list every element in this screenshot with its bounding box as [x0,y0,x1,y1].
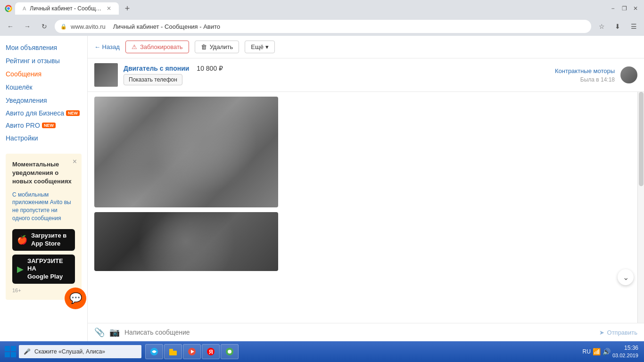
svg-rect-2 [5,346,10,351]
more-button[interactable]: Ещё ▾ [245,41,275,53]
svg-rect-4 [5,352,10,357]
taskbar-app-ie[interactable] [145,344,163,359]
download-button[interactable]: ⬇ [611,20,624,33]
camera-icon[interactable]: 📷 [109,327,120,337]
sidebar-item-pro[interactable]: Авито PRO NEW [6,122,82,129]
mic-icon: 🎤 [24,348,31,355]
tray-network-icon: 📶 [593,348,601,355]
back-button[interactable]: ← Назад [94,43,120,50]
sidebar-item-business[interactable]: Авито для Бизнеса NEW [6,109,82,117]
search-text: Скажите «Слушай, Алиса» [34,348,105,355]
sidebar-menu: Мои объявления Рейтинг и отзывы Сообщени… [6,43,82,142]
scrollbar[interactable] [637,92,644,323]
browser-titlebar: A Личный кабинет - Сообщения - Авито ✕ +… [0,0,644,17]
new-tab-button[interactable]: + [121,2,134,15]
tray-date-value: 03.02.2019 [612,352,638,359]
send-button[interactable]: ➤ Отправить [599,329,637,336]
svg-rect-5 [11,352,16,357]
listing-price: 10 800 ₽ [197,65,223,72]
action-bar: ← Назад ⚠ Заблокировать 🗑 Удалить Ещё ▾ [88,36,644,58]
svg-rect-3 [11,346,16,351]
svg-rect-8 [169,349,173,351]
business-badge: NEW [66,110,80,116]
tab-title: Личный кабинет - Сообщения - Авито [30,5,103,12]
svg-point-14 [228,350,231,354]
minimize-button[interactable]: − [608,4,618,13]
back-nav-button[interactable]: ← [4,20,17,33]
engine-image-1 [94,97,278,207]
bookmark-button[interactable]: ☆ [595,20,608,33]
windows-icon [4,345,17,358]
listing-info: Двигатель с японии 10 800 ₽ Показать тел… [124,65,549,85]
sidebar-item-settings[interactable]: Настройки [6,134,82,142]
sidebar-item-listings[interactable]: Мои объявления [6,43,82,52]
tab-close-icon[interactable]: ✕ [107,5,111,12]
secure-icon: 🔒 [60,24,67,30]
sidebar: Мои объявления Рейтинг и отзывы Сообщени… [0,36,87,341]
apple-icon: 🍎 [17,235,27,245]
close-button[interactable]: ✕ [631,4,640,13]
scroll-down-button[interactable]: ⌄ [618,269,634,285]
seller-name[interactable]: Контрактные моторы [555,67,615,74]
block-icon: ⚠ [132,43,137,50]
app-store-text: Загрузите в App Store [31,232,66,248]
toolbar-right: ☆ ⬇ ☰ [595,20,640,33]
send-icon: ➤ [599,329,604,336]
sidebar-item-wallet[interactable]: Кошелёк [6,83,82,91]
listing-title-row: Двигатель с японии 10 800 ₽ [124,65,549,72]
taskbar-app-yandex[interactable]: Я [202,344,220,359]
active-browser-tab[interactable]: A Личный кабинет - Сообщения - Авито ✕ [15,2,119,15]
block-button[interactable]: ⚠ Заблокировать [125,41,189,53]
address-bar[interactable]: 🔒 www.avito.ru Личный кабинет - Сообщени… [55,20,591,33]
message-images [94,97,631,271]
trash-icon: 🗑 [201,43,207,50]
promo-title: Моментальные уведомления о новых сообщен… [12,160,75,186]
delete-button[interactable]: 🗑 Удалить [195,41,239,53]
message-area: ⌄ [88,92,644,323]
browser-tabs: A Личный кабинет - Сообщения - Авито ✕ + [4,2,608,15]
seller-status: Была в 14:18 [580,76,615,83]
scroll-thumb[interactable] [639,92,644,186]
window-controls: − ❐ ✕ [608,4,640,13]
forward-nav-button[interactable]: → [21,20,34,33]
promo-block: × Моментальные уведомления о новых сообщ… [6,154,82,300]
chevron-down-icon: ⌄ [623,273,629,282]
tray-volume-icon: 🔊 [603,348,611,355]
tray-clock[interactable]: 15:36 03.02.2019 [612,344,638,359]
promo-close-button[interactable]: × [73,157,77,166]
taskbar-app-explorer[interactable] [164,344,182,359]
google-play-text: ЗАГРУЗИТЕ НА Google Play [27,257,70,281]
listing-header: Двигатель с японии 10 800 ₽ Показать тел… [88,58,644,92]
sidebar-item-notifications[interactable]: Уведомления [6,96,82,105]
chat-bubble-icon: 💬 [65,288,86,309]
show-phone-button[interactable]: Показать телефон [124,74,182,85]
attachment-icon[interactable]: 📎 [94,327,105,337]
svg-point-1 [7,7,10,10]
sidebar-item-messages[interactable]: Сообщения [6,70,82,78]
refresh-button[interactable]: ↻ [38,20,51,33]
restore-button[interactable]: ❐ [619,4,629,13]
app-store-button[interactable]: 🍎 Загрузите в App Store [12,229,75,251]
promo-text: С мобильным приложением Avito вы не проп… [12,191,75,222]
seller-avatar [620,66,637,83]
sidebar-item-reviews[interactable]: Рейтинг и отзывы [6,57,82,65]
listing-title[interactable]: Двигатель с японии [124,65,189,72]
google-play-button[interactable]: ▶ ЗАГРУЗИТЕ НА Google Play [12,255,75,284]
listing-thumbnail [94,63,118,87]
tray-language: RU [583,348,591,355]
taskbar-app-browser2[interactable] [221,344,239,359]
settings-button[interactable]: ☰ [627,20,640,33]
tray-time-value: 15:36 [612,344,638,352]
engine-image-2 [94,212,278,271]
taskbar-apps: Я [141,344,579,359]
page-content: Мои объявления Рейтинг и отзывы Сообщени… [0,36,644,341]
input-bar: 📎 📷 ➤ Отправить [88,323,644,341]
taskbar: 🎤 Скажите «Слушай, Алиса» Я RU 📶 🔊 15:36… [0,341,644,362]
taskbar-search[interactable]: 🎤 Скажите «Слушай, Алиса» [19,345,141,358]
message-scroll[interactable] [88,92,637,323]
pro-badge: NEW [42,123,56,128]
message-input[interactable] [124,329,594,336]
taskbar-app-media[interactable] [183,344,201,359]
start-button[interactable] [2,343,19,360]
browser-toolbar: ← → ↻ 🔒 www.avito.ru Личный кабинет - Со… [0,17,644,36]
